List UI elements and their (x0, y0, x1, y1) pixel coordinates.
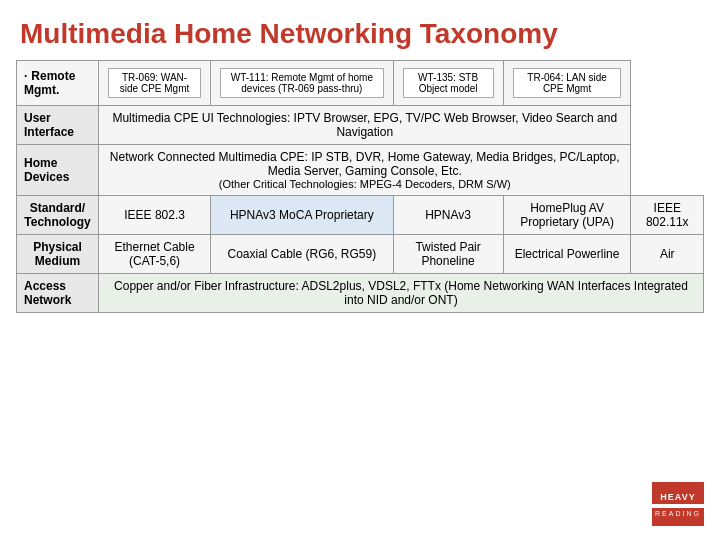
user-interface-row: User Interface Multimedia CPE UI Technol… (17, 106, 704, 145)
phys-cell-3: Twisted Pair Phoneline (393, 235, 503, 274)
phys-cell-4: Electrical Powerline (503, 235, 631, 274)
remote-box-3: WT-135: STB Object model (403, 68, 494, 98)
std-cell-2: HPNAv3 MoCA Proprietary (211, 196, 393, 235)
home-devices-header: Home Devices (17, 145, 99, 196)
remote-box-4: TR-064: LAN side CPE Mgmt (513, 68, 622, 98)
physical-medium-header: Physical Medium (17, 235, 99, 274)
remote-mgmt-cell-1: TR-069: WAN-side CPE Mgmt (99, 61, 211, 106)
user-interface-content: Multimedia CPE UI Technologies: IPTV Bro… (99, 106, 631, 145)
heavy-reading-logo: HEAVY READING (652, 482, 704, 526)
page-title: Multimedia Home Networking Taxonomy (0, 0, 720, 60)
physical-medium-row: Physical Medium Ethernet Cable (CAT-5,6)… (17, 235, 704, 274)
remote-mgmt-cell-2: WT-111: Remote Mgmt of home devices (TR-… (211, 61, 393, 106)
std-cell-1: IEEE 802.3 (99, 196, 211, 235)
logo-line1: HEAVY (660, 492, 695, 502)
user-interface-header: User Interface (17, 106, 99, 145)
logo-line2: READING (655, 510, 701, 517)
home-devices-row: Home Devices Network Connected Multimedi… (17, 145, 704, 196)
logo-divider (652, 504, 704, 508)
std-cell-5: IEEE 802.11x (631, 196, 704, 235)
access-network-header: Access Network (17, 274, 99, 313)
main-table-container: Remote Mgmt. TR-069: WAN-side CPE Mgmt W… (0, 60, 720, 313)
phys-cell-1: Ethernet Cable (CAT-5,6) (99, 235, 211, 274)
standard-technology-row: Standard/ Technology IEEE 802.3 HPNAv3 M… (17, 196, 704, 235)
access-network-content: Copper and/or Fiber Infrastructure: ADSL… (99, 274, 704, 313)
home-devices-content: Network Connected Multimedia CPE: IP STB… (99, 145, 631, 196)
remote-box-2: WT-111: Remote Mgmt of home devices (TR-… (220, 68, 383, 98)
remote-box-1: TR-069: WAN-side CPE Mgmt (108, 68, 201, 98)
std-cell-4: HomePlug AV Proprietary (UPA) (503, 196, 631, 235)
std-cell-3: HPNAv3 (393, 196, 503, 235)
phys-cell-2: Coaxial Cable (RG6, RG59) (211, 235, 393, 274)
remote-mgmt-row: Remote Mgmt. TR-069: WAN-side CPE Mgmt W… (17, 61, 704, 106)
standard-technology-header: Standard/ Technology (17, 196, 99, 235)
remote-mgmt-cell-3: WT-135: STB Object model (393, 61, 503, 106)
remote-mgmt-cell-4: TR-064: LAN side CPE Mgmt (503, 61, 631, 106)
access-network-row: Access Network Copper and/or Fiber Infra… (17, 274, 704, 313)
remote-mgmt-header: Remote Mgmt. (17, 61, 99, 106)
phys-cell-5: Air (631, 235, 704, 274)
taxonomy-table: Remote Mgmt. TR-069: WAN-side CPE Mgmt W… (16, 60, 704, 313)
